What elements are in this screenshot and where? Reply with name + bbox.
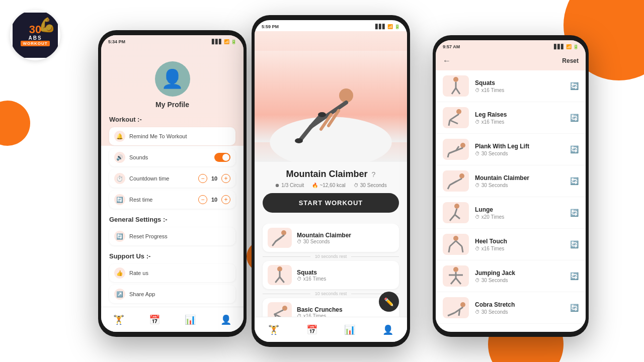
status-icons-3: ▋▋▋ 📶 🔋 bbox=[554, 44, 579, 49]
rest-decrement[interactable]: − bbox=[198, 195, 207, 204]
nav-calendar-icon-2[interactable]: 📅 bbox=[306, 324, 317, 335]
svg-line-55 bbox=[462, 246, 463, 252]
exercise-list-3: Squats ⏱ x16 Times 🔄 Leg R bbox=[436, 70, 586, 324]
mountain-climber-thumb bbox=[270, 229, 290, 247]
exercise-sub-1: ⏱ 30 Seconds bbox=[297, 239, 394, 244]
info-cobra: Cobra Stretch ⏱ 30 Seconds bbox=[475, 301, 570, 315]
svg-point-2 bbox=[339, 88, 353, 103]
refresh-icon-lunge[interactable]: 🔄 bbox=[570, 209, 579, 217]
name-plank: Plank With Leg Lift bbox=[475, 143, 570, 150]
countdown-value: 10 bbox=[210, 175, 218, 182]
rest-row[interactable]: 🔄 Rest time − 10 + bbox=[109, 191, 235, 209]
app-logo: 30 ABS WORKOUT 💪 bbox=[10, 10, 60, 60]
rate-row[interactable]: 👍 Rate us bbox=[109, 264, 235, 282]
list-item: Leg Raises ⏱ x16 Times 🔄 bbox=[436, 102, 586, 134]
squats-svg bbox=[445, 76, 467, 96]
rest-value: 10 bbox=[210, 197, 218, 203]
nav-profile-icon-2[interactable]: 👤 bbox=[382, 324, 393, 335]
refresh-icon-plank[interactable]: 🔄 bbox=[570, 145, 579, 153]
workout-hero bbox=[255, 31, 407, 162]
circuit-stat: ⏺ 1/3 Circuit bbox=[275, 183, 304, 188]
svg-rect-62 bbox=[445, 298, 467, 318]
info-lunge: Lunge ⏱ x20 Times bbox=[475, 206, 570, 220]
refresh-icon-heel[interactable]: 🔄 bbox=[570, 240, 579, 248]
svg-line-6 bbox=[301, 127, 311, 139]
exercise-name-2: Squats bbox=[297, 269, 394, 276]
svg-point-9 bbox=[318, 112, 326, 117]
reset-button[interactable]: Reset bbox=[562, 57, 579, 64]
share-label: Share App bbox=[129, 291, 230, 297]
countdown-label: Countdown time bbox=[129, 175, 198, 182]
signal-icon-2: ▋▋▋ bbox=[375, 24, 386, 29]
nav-stats-icon[interactable]: 📊 bbox=[185, 314, 196, 325]
kcal-value: ~12,60 kcal bbox=[319, 183, 345, 188]
clock-icon: ⏱ bbox=[354, 183, 359, 188]
mountain-svg bbox=[445, 171, 467, 191]
circuit-value: 1/3 Circuit bbox=[281, 183, 304, 188]
reset-label: Reset Progress bbox=[129, 233, 230, 239]
sub-heel: ⏱ x16 Times bbox=[475, 246, 570, 251]
countdown-row[interactable]: ⏱️ Countdown time − 10 + bbox=[109, 169, 235, 188]
name-mountain: Mountain Claimber bbox=[475, 174, 570, 182]
remind-row[interactable]: 🔔 Remind Me To Workout bbox=[109, 127, 235, 145]
refresh-icon-jumping[interactable]: 🔄 bbox=[570, 272, 579, 280]
start-workout-button[interactable]: START WORKOUT bbox=[263, 193, 399, 213]
workout-section-title: Workout :- bbox=[109, 116, 235, 123]
status-bar-1: 5:34 PM ▋▋▋ 📶 🔋 bbox=[101, 35, 244, 46]
status-icons-2: ▋▋▋ 📶 🔋 bbox=[375, 24, 400, 29]
sounds-toggle[interactable] bbox=[214, 153, 230, 162]
status-time-3: 9:57 AM bbox=[443, 44, 460, 49]
sounds-label: Sounds bbox=[129, 154, 214, 160]
bottom-nav-2: 🏋️ 📅 📊 👤 bbox=[255, 317, 407, 342]
refresh-icon-cobra[interactable]: 🔄 bbox=[570, 304, 579, 312]
name-squats: Squats bbox=[475, 79, 570, 86]
sounds-row[interactable]: 🔊 Sounds bbox=[109, 148, 235, 166]
list-item: Mountain Claimber ⏱ 30 Seconds bbox=[263, 224, 399, 252]
phone-settings: 5:34 PM ▋▋▋ 📶 🔋 👤 My Profile Workout :- … bbox=[98, 30, 247, 337]
refresh-icon-mountain[interactable]: 🔄 bbox=[570, 177, 579, 185]
exercise-figure bbox=[276, 81, 386, 152]
list-item: Cobra Stretch ⏱ 30 Seconds 🔄 bbox=[436, 292, 586, 324]
svg-line-38 bbox=[448, 153, 449, 157]
nav-profile-icon[interactable]: 👤 bbox=[220, 314, 231, 325]
profile-area: 👤 My Profile bbox=[101, 46, 244, 109]
nav-calendar-icon[interactable]: 📅 bbox=[149, 314, 160, 325]
rest-increment[interactable]: + bbox=[221, 195, 230, 204]
remind-label: Remind Me To Workout bbox=[129, 133, 230, 139]
refresh-icon-leg-raises[interactable]: 🔄 bbox=[570, 114, 579, 122]
plank-svg bbox=[445, 139, 467, 159]
list-header: ← Reset bbox=[436, 51, 586, 70]
svg-point-63 bbox=[460, 302, 465, 307]
countdown-increment[interactable]: + bbox=[221, 174, 230, 183]
countdown-decrement[interactable]: − bbox=[198, 174, 207, 183]
name-jumping: Jumping Jack bbox=[475, 269, 570, 277]
profile-name: My Profile bbox=[155, 101, 189, 109]
exercise-thumb-2 bbox=[268, 265, 292, 285]
svg-line-66 bbox=[459, 309, 460, 316]
kcal-icon: 🔥 bbox=[312, 183, 318, 188]
thumb-plank bbox=[443, 139, 469, 160]
nav-stats-icon-2[interactable]: 📊 bbox=[344, 324, 355, 335]
list-item: Lunge ⏱ x20 Times 🔄 bbox=[436, 197, 586, 229]
bg-blob-left bbox=[0, 101, 30, 146]
edit-fab[interactable]: ✏️ bbox=[379, 292, 399, 312]
back-button[interactable]: ← bbox=[443, 56, 451, 65]
nav-workout-icon-2[interactable]: 🏋️ bbox=[268, 324, 279, 335]
svg-point-51 bbox=[453, 236, 458, 241]
wifi-icon: 📶 bbox=[224, 39, 229, 44]
list-item: Squats ⏱ x16 Times bbox=[263, 261, 399, 289]
nav-workout-icon[interactable]: 🏋️ bbox=[113, 314, 124, 325]
refresh-icon-squats[interactable]: 🔄 bbox=[570, 82, 579, 90]
rest-stepper: − 10 + bbox=[198, 195, 230, 204]
question-icon[interactable]: ? bbox=[372, 170, 376, 178]
share-icon: ↗️ bbox=[114, 289, 125, 300]
status-time-1: 5:34 PM bbox=[108, 39, 125, 44]
svg-line-54 bbox=[449, 246, 450, 252]
share-row[interactable]: ↗️ Share App bbox=[109, 285, 235, 303]
svg-line-33 bbox=[449, 120, 450, 126]
logo-workout: WORKOUT bbox=[21, 41, 49, 46]
list-item: Mountain Claimber ⏱ 30 Seconds 🔄 bbox=[436, 165, 586, 197]
reset-row[interactable]: 🔄 Reset Progress bbox=[109, 227, 235, 245]
squats-thumb bbox=[270, 266, 290, 284]
phone-workout-screen: 5:59 PM ▋▋▋ 📶 🔋 bbox=[255, 20, 407, 342]
